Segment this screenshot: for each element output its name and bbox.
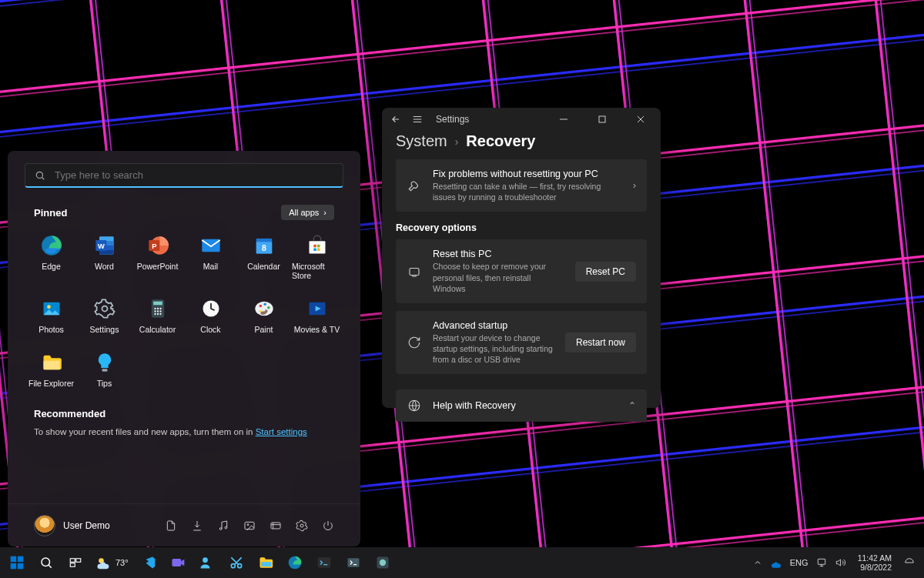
help-title: Help with Recovery xyxy=(433,400,618,411)
svg-point-35 xyxy=(156,313,158,315)
back-button[interactable] xyxy=(390,114,402,125)
taskbar-app-vscode[interactable] xyxy=(135,550,162,575)
svg-rect-45 xyxy=(43,361,59,370)
restart-icon xyxy=(407,336,422,349)
svg-text:P: P xyxy=(152,242,156,250)
tray-notifications-icon[interactable] xyxy=(904,557,915,568)
fix-problems-card[interactable]: Fix problems without resetting your PC R… xyxy=(396,159,647,212)
svg-rect-69 xyxy=(347,558,359,567)
recovery-options-label: Recovery options xyxy=(382,219,661,239)
breadcrumb-parent[interactable]: System xyxy=(396,132,447,150)
maximize-button[interactable] xyxy=(587,108,618,131)
pinned-app-mail[interactable]: Mail xyxy=(184,229,237,285)
pinned-app-paint[interactable]: Paint xyxy=(237,292,290,339)
search-input[interactable] xyxy=(55,169,333,181)
svg-rect-1 xyxy=(410,268,419,275)
pinned-app-movies[interactable]: Movies & TV xyxy=(290,292,343,339)
start-menu: Pinned All apps › EdgeWWordPPowerPointMa… xyxy=(8,151,360,546)
tray-language[interactable]: ENG xyxy=(790,558,808,567)
taskbar-app-snip[interactable] xyxy=(223,550,250,575)
advanced-title: Advanced startup xyxy=(433,320,554,331)
pinned-app-explorer[interactable]: File Explorer xyxy=(25,346,78,393)
taskbar-search-button[interactable] xyxy=(32,550,60,575)
svg-point-40 xyxy=(259,305,262,308)
pinned-app-edge[interactable]: Edge xyxy=(25,229,78,285)
app-label: Clock xyxy=(200,325,220,334)
search-box[interactable] xyxy=(25,163,343,188)
svg-rect-0 xyxy=(599,116,605,122)
taskbar-app-people[interactable] xyxy=(193,550,221,575)
globe-icon xyxy=(407,399,422,413)
pictures-icon[interactable] xyxy=(243,520,256,532)
pinned-app-settings[interactable]: Settings xyxy=(78,292,131,339)
advanced-startup-card: Advanced startup Restart your device to … xyxy=(396,311,647,375)
svg-rect-62 xyxy=(172,559,181,566)
downloads-icon[interactable] xyxy=(191,520,203,532)
clock-icon xyxy=(199,297,223,320)
svg-point-47 xyxy=(219,527,222,530)
music-icon[interactable] xyxy=(217,520,229,532)
tray-volume-icon[interactable] xyxy=(835,557,845,568)
svg-rect-54 xyxy=(18,556,24,563)
pinned-app-clock[interactable]: Clock xyxy=(184,292,237,339)
taskbar-app-misc2[interactable] xyxy=(369,550,397,575)
tray-chevron-up-icon[interactable] xyxy=(753,558,762,567)
taskbar-app-edge[interactable] xyxy=(281,550,309,575)
weather-widget[interactable]: 73° xyxy=(91,555,133,570)
avatar xyxy=(34,515,55,536)
svg-point-50 xyxy=(247,523,249,525)
app-label: Edge xyxy=(42,262,61,271)
wrench-icon xyxy=(407,179,422,192)
svg-point-32 xyxy=(156,310,158,312)
taskbar-app-explorer[interactable] xyxy=(252,550,280,575)
store-icon xyxy=(306,234,329,257)
svg-point-31 xyxy=(154,310,156,312)
svg-point-3 xyxy=(36,172,42,178)
pinned-app-tips[interactable]: Tips xyxy=(78,346,131,393)
documents-icon[interactable] xyxy=(165,520,177,532)
reset-title: Reset this PC xyxy=(433,249,564,259)
tray-network-icon[interactable] xyxy=(816,557,827,568)
power-icon[interactable] xyxy=(322,520,334,532)
svg-point-71 xyxy=(379,560,385,566)
pinned-app-store[interactable]: Microsoft Store xyxy=(290,229,343,285)
start-button[interactable] xyxy=(3,550,31,575)
restart-now-button[interactable]: Restart now xyxy=(565,332,636,352)
chevron-up-icon: ⌃ xyxy=(628,400,636,411)
app-label: Calculator xyxy=(139,325,176,334)
tray-onedrive-icon[interactable] xyxy=(770,556,782,569)
menu-button[interactable] xyxy=(411,114,424,125)
calendar-icon: 8 xyxy=(253,234,276,257)
user-account-button[interactable]: User Demo xyxy=(34,515,110,536)
task-view-button[interactable] xyxy=(62,550,89,575)
reset-pc-button[interactable]: Reset PC xyxy=(575,262,636,282)
settings-titlebar: Settings xyxy=(382,108,661,131)
app-label: Calendar xyxy=(247,262,280,271)
close-button[interactable] xyxy=(625,108,656,131)
search-icon xyxy=(35,170,45,181)
pinned-app-ppt[interactable]: PPowerPoint xyxy=(131,229,184,285)
help-recovery-card[interactable]: Help with Recovery ⌃ xyxy=(396,389,647,422)
pinned-app-photos[interactable]: Photos xyxy=(25,292,78,339)
taskbar-app-terminal[interactable] xyxy=(310,550,338,575)
start-settings-link[interactable]: Start settings xyxy=(256,427,307,436)
pinned-app-word[interactable]: WWord xyxy=(78,229,131,285)
taskbar-app-misc1[interactable] xyxy=(340,550,367,575)
svg-rect-53 xyxy=(11,556,17,563)
taskbar-app-video[interactable] xyxy=(164,550,192,575)
svg-rect-14 xyxy=(202,239,219,252)
all-apps-button[interactable]: All apps › xyxy=(281,205,334,220)
videos-icon[interactable] xyxy=(270,520,282,532)
word-icon: W xyxy=(93,234,116,257)
pinned-app-calendar[interactable]: 8Calendar xyxy=(237,229,290,285)
advanced-desc: Restart your device to change startup se… xyxy=(433,332,554,366)
svg-point-41 xyxy=(263,302,266,306)
settings-icon[interactable] xyxy=(296,520,308,532)
pinned-app-calculator[interactable]: Calculator xyxy=(131,292,184,339)
svg-rect-60 xyxy=(70,563,75,567)
svg-rect-56 xyxy=(18,563,24,570)
taskbar-clock[interactable]: 11:42 AM 9/8/2022 xyxy=(853,553,896,572)
settings-window: Settings System › Recovery Fix problems … xyxy=(382,108,661,408)
minimize-button[interactable] xyxy=(548,108,579,131)
recommended-label: Recommended xyxy=(8,393,360,419)
